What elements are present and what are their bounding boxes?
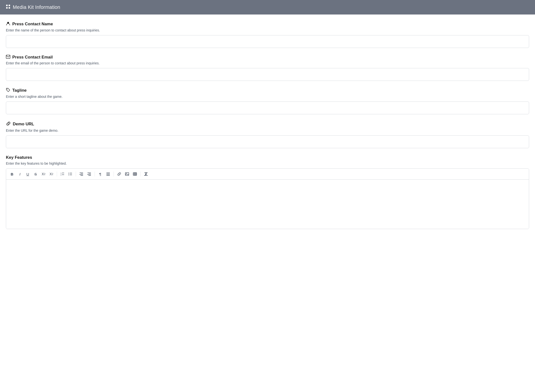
ordered-list-button[interactable]: 1. 2. bbox=[59, 171, 66, 177]
press-contact-email-section: Press Contact Email Enter the email of t… bbox=[6, 55, 529, 81]
svg-point-11 bbox=[69, 173, 69, 174]
grid-icon bbox=[6, 4, 10, 10]
svg-rect-18 bbox=[81, 175, 83, 176]
svg-rect-14 bbox=[70, 175, 72, 175]
underline-button[interactable]: U bbox=[24, 171, 31, 177]
page-title: Media Kit Information bbox=[13, 4, 60, 10]
demo-url-input[interactable] bbox=[6, 135, 529, 148]
svg-rect-16 bbox=[81, 174, 83, 174]
tag-icon bbox=[6, 88, 10, 93]
italic-button[interactable]: I bbox=[16, 171, 23, 177]
person-icon bbox=[6, 21, 10, 27]
key-features-desc: Enter the key features to be highlighted… bbox=[6, 161, 529, 165]
svg-rect-5 bbox=[6, 55, 10, 58]
rich-editor: B I U S X2 X2 1. 2. bbox=[6, 168, 529, 229]
insert-image-button[interactable] bbox=[124, 171, 130, 177]
press-contact-email-input[interactable] bbox=[6, 68, 529, 81]
clear-format-button[interactable] bbox=[143, 171, 149, 177]
toolbar-divider-4 bbox=[114, 172, 114, 176]
svg-rect-1 bbox=[9, 5, 10, 6]
svg-rect-21 bbox=[87, 174, 91, 175]
svg-text:2.: 2. bbox=[60, 174, 62, 176]
key-features-section: Key Features Enter the key features to b… bbox=[6, 155, 529, 229]
press-contact-name-section: Press Contact Name Enter the name of the… bbox=[6, 21, 529, 48]
svg-rect-22 bbox=[88, 175, 91, 176]
svg-rect-0 bbox=[6, 5, 8, 6]
svg-rect-19 bbox=[87, 173, 91, 173]
paragraph-button[interactable]: ¶ bbox=[97, 171, 104, 177]
svg-text:1.: 1. bbox=[60, 172, 62, 174]
svg-rect-9 bbox=[62, 173, 64, 173]
svg-rect-29 bbox=[133, 173, 137, 175]
toolbar-divider-1 bbox=[57, 172, 57, 176]
svg-rect-2 bbox=[6, 7, 8, 9]
svg-point-12 bbox=[69, 174, 69, 175]
tagline-desc: Enter a short tagline about the game. bbox=[6, 95, 529, 99]
svg-rect-24 bbox=[106, 174, 110, 174]
bold-button[interactable]: B bbox=[9, 171, 15, 177]
key-features-label: Key Features bbox=[6, 155, 529, 160]
indent-decrease-button[interactable] bbox=[78, 171, 85, 177]
toolbar-divider-3 bbox=[95, 172, 95, 176]
align-button[interactable] bbox=[105, 171, 112, 177]
svg-rect-23 bbox=[106, 173, 110, 173]
press-contact-name-desc: Enter the name of the person to contact … bbox=[6, 28, 529, 32]
svg-rect-26 bbox=[106, 175, 110, 176]
svg-rect-20 bbox=[88, 174, 91, 174]
svg-point-6 bbox=[7, 89, 7, 89]
svg-rect-25 bbox=[106, 174, 110, 175]
indent-increase-button[interactable] bbox=[86, 171, 93, 177]
press-contact-name-input[interactable] bbox=[6, 35, 529, 48]
tagline-section: Tagline Enter a short tagline about the … bbox=[6, 88, 529, 114]
svg-rect-10 bbox=[62, 174, 64, 175]
toolbar-divider-2 bbox=[76, 172, 76, 176]
press-contact-name-label: Press Contact Name bbox=[6, 21, 529, 27]
press-contact-email-desc: Enter the email of the person to contact… bbox=[6, 61, 529, 65]
page-content: Press Contact Name Enter the name of the… bbox=[0, 15, 535, 243]
strikethrough-button[interactable]: S bbox=[32, 171, 39, 177]
insert-table-button[interactable] bbox=[131, 171, 138, 177]
demo-url-label: Demo URL bbox=[6, 121, 529, 127]
subscript-button[interactable]: X2 bbox=[40, 171, 47, 177]
toolbar-divider-5 bbox=[140, 172, 141, 176]
page-header: Media Kit Information bbox=[0, 0, 535, 15]
link-icon bbox=[6, 121, 11, 127]
tagline-label: Tagline bbox=[6, 88, 529, 93]
tagline-input[interactable] bbox=[6, 102, 529, 114]
insert-link-button[interactable] bbox=[116, 171, 123, 177]
key-features-editor[interactable] bbox=[6, 180, 529, 229]
svg-rect-15 bbox=[80, 173, 83, 173]
press-contact-email-label: Press Contact Email bbox=[6, 55, 529, 60]
unordered-list-button[interactable] bbox=[67, 171, 74, 177]
email-icon bbox=[6, 55, 10, 60]
svg-rect-13 bbox=[70, 173, 72, 174]
demo-url-section: Demo URL Enter the URL for the game demo… bbox=[6, 121, 529, 148]
editor-toolbar: B I U S X2 X2 1. 2. bbox=[6, 169, 529, 180]
demo-url-desc: Enter the URL for the game demo. bbox=[6, 129, 529, 132]
svg-rect-3 bbox=[9, 7, 10, 9]
superscript-button[interactable]: X2 bbox=[48, 171, 55, 177]
